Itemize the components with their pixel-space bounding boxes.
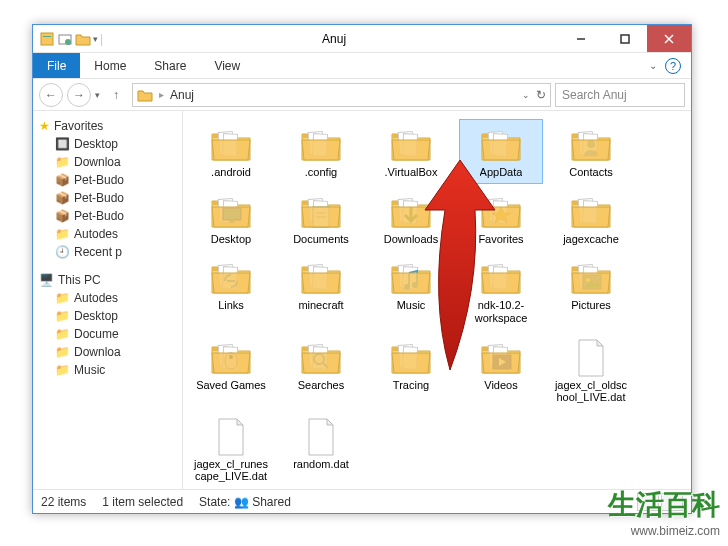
home-tab[interactable]: Home [80,53,140,78]
folder-item[interactable]: AppData [459,119,543,184]
file-item[interactable]: random.dat [279,411,363,488]
sidebar-item[interactable]: 📦Pet-Budo [33,189,182,207]
item-label: Music [397,299,426,312]
folder-icon [387,124,435,166]
computer-icon: 🖥️ [39,273,54,287]
sidebar-item[interactable]: 📁Autodes [33,225,182,243]
sidebar-item-recent[interactable]: 🕘Recent p [33,243,182,261]
folder-icon [387,337,435,379]
item-label: Contacts [569,166,612,179]
up-button[interactable]: ↑ [104,83,128,107]
favorites-header[interactable]: ★ Favorites [33,117,182,135]
state-label: State: 👥 Shared [199,495,291,509]
sidebar-item[interactable]: 📁Autodes [33,289,182,307]
folder-icon [477,124,525,166]
maximize-button[interactable] [603,25,647,52]
sidebar-item-desktop[interactable]: 🔲Desktop [33,135,182,153]
sidebar-item[interactable]: 📁Downloa [33,343,182,361]
folder-item[interactable]: Contacts [549,119,633,184]
svg-rect-1 [43,36,51,37]
folder-item[interactable]: .VirtualBox [369,119,453,184]
address-bar[interactable]: ▸ Anuj ⌄ ↻ [132,83,551,107]
sidebar-item[interactable]: 📁Desktop [33,307,182,325]
favorites-group: ★ Favorites 🔲Desktop 📁Downloa 📦Pet-Budo … [33,117,182,261]
folder-item[interactable]: Documents [279,186,363,251]
folder-icon [137,87,153,103]
search-input[interactable]: Search Anuj [555,83,685,107]
watermark-url: www.bimeiz.com [608,524,720,538]
file-item[interactable]: jagex_cl_oldschool_LIVE.dat [549,332,633,409]
selected-count: 1 item selected [102,495,183,509]
sidebar-item[interactable]: 📦Pet-Budo [33,207,182,225]
sidebar-item[interactable]: 📦Pet-Budo [33,171,182,189]
item-label: jagex_cl_oldschool_LIVE.dat [552,379,630,404]
folder-item[interactable]: Desktop [189,186,273,251]
item-label: jagex_cl_runescape_LIVE.dat [192,458,270,483]
folder-item[interactable]: Searches [279,332,363,409]
folder-item[interactable]: Links [189,252,273,329]
back-button[interactable]: ← [39,83,63,107]
item-label: Searches [298,379,344,392]
folder-icon [477,337,525,379]
breadcrumb[interactable]: Anuj [170,88,194,102]
new-folder-icon[interactable] [57,31,73,47]
folder-icon [297,124,345,166]
item-label: minecraft [298,299,343,312]
folder-item[interactable]: Downloads [369,186,453,251]
minimize-button[interactable] [559,25,603,52]
item-label: Favorites [478,233,523,246]
share-tab[interactable]: Share [140,53,200,78]
status-bar: 22 items 1 item selected State: 👥 Shared [33,489,691,513]
folder-icon [297,191,345,233]
address-dropdown-icon[interactable]: ⌄ [522,90,530,100]
window-title: Anuj [109,32,559,46]
item-label: ndk-10.2-workspace [462,299,540,324]
sidebar-item-downloads[interactable]: 📁Downloa [33,153,182,171]
help-icon[interactable]: ? [665,58,681,74]
navigation-pane[interactable]: ★ Favorites 🔲Desktop 📁Downloa 📦Pet-Budo … [33,111,183,489]
qat-dropdown-icon[interactable]: ▾ [93,34,98,44]
thispc-header[interactable]: 🖥️ This PC [33,271,182,289]
folder-icon [207,257,255,299]
folder-item[interactable]: Pictures [549,252,633,329]
folder-icon[interactable] [75,31,91,47]
folder-icon [297,337,345,379]
refresh-icon[interactable]: ↻ [536,88,546,102]
item-label: Pictures [571,299,611,312]
item-label: Documents [293,233,349,246]
folder-item[interactable]: .android [189,119,273,184]
titlebar: ▾ | Anuj [33,25,691,53]
forward-button[interactable]: → [67,83,91,107]
folder-item[interactable]: Music [369,252,453,329]
view-tab[interactable]: View [200,53,254,78]
folder-icon [207,191,255,233]
breadcrumb-separator-icon[interactable]: ▸ [159,89,164,100]
window-controls [559,25,691,52]
file-item[interactable]: jagex_cl_runescape_LIVE.dat [189,411,273,488]
thispc-group: 🖥️ This PC 📁Autodes 📁Desktop 📁Docume 📁Do… [33,271,182,379]
folder-item[interactable]: Saved Games [189,332,273,409]
history-dropdown-icon[interactable]: ▾ [95,90,100,100]
item-label: jagexcache [563,233,619,246]
properties-icon[interactable] [39,31,55,47]
file-tab[interactable]: File [33,53,80,78]
folder-item[interactable]: minecraft [279,252,363,329]
folder-icon [387,257,435,299]
sidebar-item[interactable]: 📁Music [33,361,182,379]
folder-item[interactable]: Favorites [459,186,543,251]
folder-icon [207,124,255,166]
folder-item[interactable]: .config [279,119,363,184]
file-icon [567,337,615,379]
ribbon-expand-icon[interactable]: ⌄ [649,60,657,71]
search-placeholder: Search Anuj [562,88,627,102]
sidebar-item[interactable]: 📁Docume [33,325,182,343]
folder-item[interactable]: Videos [459,332,543,409]
file-list[interactable]: .android.config.VirtualBoxAppDataContact… [183,111,691,489]
folder-item[interactable]: Tracing [369,332,453,409]
watermark-text: 生活百科 [608,486,720,524]
folder-item[interactable]: jagexcache [549,186,633,251]
folder-item[interactable]: ndk-10.2-workspace [459,252,543,329]
watermark: 生活百科 www.bimeiz.com [608,486,720,538]
close-button[interactable] [647,25,691,52]
item-count: 22 items [41,495,86,509]
